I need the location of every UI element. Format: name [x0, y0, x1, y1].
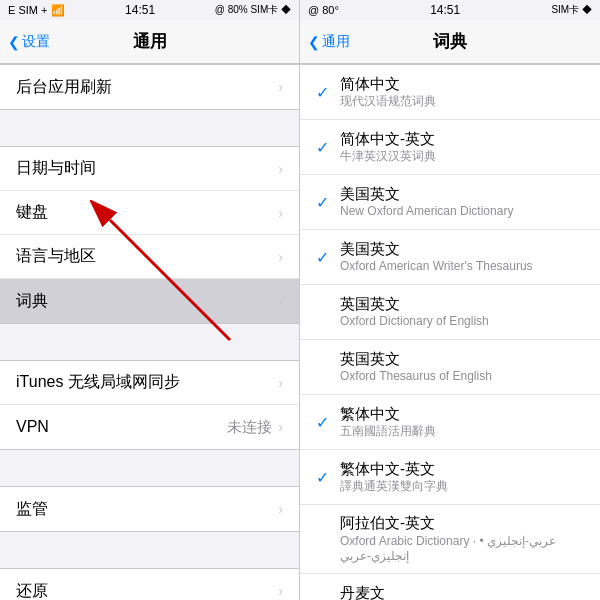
dict-info: 繁体中文-英文 譯典通英漢雙向字典 — [340, 459, 584, 495]
dict-item-3[interactable]: ✓ 美国英文 New Oxford American Dictionary — [300, 175, 600, 230]
dict-item-9[interactable]: ✓ 阿拉伯文-英文 Oxford Arabic Dictionary · عرب… — [300, 505, 600, 574]
item-datetime[interactable]: 日期与时间 › — [0, 147, 299, 191]
dict-sub: Oxford Arabic Dictionary · عربي-إنجليزي … — [340, 534, 584, 565]
check-icon: ✓ — [316, 248, 340, 267]
item-itunes-sync[interactable]: iTunes 无线局域网同步 › — [0, 361, 299, 405]
item-label: 后台应用刷新 — [16, 77, 278, 98]
dict-item-6[interactable]: ✓ 英国英文 Oxford Thesaurus of English — [300, 340, 600, 395]
dict-info: 丹麦文 Politikens Nudansk Ordbog — [340, 583, 584, 600]
wifi-icon: 📶 — [51, 4, 65, 17]
dict-name: 阿拉伯文-英文 — [340, 513, 584, 533]
right-carrier: @ 80° — [308, 4, 339, 16]
chevron-icon: › — [278, 205, 283, 221]
dict-name: 丹麦文 — [340, 583, 584, 600]
chevron-icon: › — [278, 583, 283, 599]
left-back-label: 设置 — [22, 33, 50, 51]
right-panel: @ 80° 14:51 SIM卡 ◆ ❮ 通用 词典 ✓ 简体中文 现代汉语规范… — [300, 0, 600, 600]
dict-sub: 牛津英汉汉英词典 — [340, 149, 584, 165]
right-carrier-text: @ 80° — [308, 4, 339, 16]
carrier-text: E SIM + — [8, 4, 47, 16]
section-3: iTunes 无线局域网同步 › VPN 未连接 › — [0, 360, 299, 450]
gap-1 — [0, 110, 299, 146]
dict-name: 美国英文 — [340, 184, 584, 204]
item-label: 词典 — [16, 291, 278, 312]
item-label: 键盘 — [16, 202, 278, 223]
item-label: iTunes 无线局域网同步 — [16, 372, 278, 393]
dict-info: 美国英文 Oxford American Writer's Thesaurus — [340, 239, 584, 275]
left-chevron-icon: ❮ — [8, 34, 20, 50]
dict-item-2[interactable]: ✓ 简体中文-英文 牛津英汉汉英词典 — [300, 120, 600, 175]
dict-sub: Oxford American Writer's Thesaurus — [340, 259, 584, 275]
right-nav-bar: ❮ 通用 词典 — [300, 20, 600, 64]
dict-info: 简体中文-英文 牛津英汉汉英词典 — [340, 129, 584, 165]
dict-item-1[interactable]: ✓ 简体中文 现代汉语规范词典 — [300, 65, 600, 120]
right-back-label: 通用 — [322, 33, 350, 51]
battery-icons: @ 80% SIM卡 ◆ — [215, 3, 291, 17]
dict-item-7[interactable]: ✓ 繁体中文 五南國語活用辭典 — [300, 395, 600, 450]
dict-group: ✓ 简体中文 现代汉语规范词典 ✓ 简体中文-英文 牛津英汉汉英词典 ✓ 美国英… — [300, 64, 600, 600]
chevron-icon: › — [278, 375, 283, 391]
dict-name: 简体中文-英文 — [340, 129, 584, 149]
right-time: 14:51 — [430, 3, 460, 17]
right-back-button[interactable]: ❮ 通用 — [308, 33, 350, 51]
chevron-icon: › — [278, 161, 283, 177]
dict-info: 英国英文 Oxford Thesaurus of English — [340, 349, 584, 385]
item-background-refresh[interactable]: 后台应用刷新 › — [0, 65, 299, 109]
right-icons: SIM卡 ◆ — [551, 3, 592, 17]
chevron-icon: › — [278, 79, 283, 95]
dict-item-8[interactable]: ✓ 繁体中文-英文 譯典通英漢雙向字典 — [300, 450, 600, 505]
dict-name: 繁体中文-英文 — [340, 459, 584, 479]
item-supervision[interactable]: 监管 › — [0, 487, 299, 531]
gap-3 — [0, 450, 299, 486]
item-vpn[interactable]: VPN 未连接 › — [0, 405, 299, 449]
left-panel: E SIM + 📶 14:51 @ 80% SIM卡 ◆ ❮ 设置 通用 后台应… — [0, 0, 300, 600]
item-label: 监管 — [16, 499, 278, 520]
left-right-icons: @ 80% SIM卡 ◆ — [215, 3, 291, 17]
dict-item-5[interactable]: ✓ 英国英文 Oxford Dictionary of English — [300, 285, 600, 340]
item-dictionary[interactable]: 词典 › — [0, 279, 299, 323]
dict-info: 英国英文 Oxford Dictionary of English — [340, 294, 584, 330]
section-5: 还原 › — [0, 568, 299, 600]
item-reset[interactable]: 还原 › — [0, 569, 299, 600]
item-label: 还原 — [16, 581, 278, 601]
dict-sub: Oxford Thesaurus of English — [340, 369, 584, 385]
right-status-bar: @ 80° 14:51 SIM卡 ◆ — [300, 0, 600, 20]
dict-info: 美国英文 New Oxford American Dictionary — [340, 184, 584, 220]
dict-item-4[interactable]: ✓ 美国英文 Oxford American Writer's Thesauru… — [300, 230, 600, 285]
dict-name: 简体中文 — [340, 74, 584, 94]
item-label: VPN — [16, 418, 227, 436]
dict-sub: 现代汉语规范词典 — [340, 94, 584, 110]
left-nav-title: 通用 — [133, 30, 167, 53]
dict-name: 英国英文 — [340, 294, 584, 314]
section-4: 监管 › — [0, 486, 299, 532]
dict-name: 英国英文 — [340, 349, 584, 369]
dict-item-10[interactable]: ✓ 丹麦文 Politikens Nudansk Ordbog — [300, 574, 600, 600]
left-status-bar: E SIM + 📶 14:51 @ 80% SIM卡 ◆ — [0, 0, 299, 20]
dict-sub: 五南國語活用辭典 — [340, 424, 584, 440]
item-keyboard[interactable]: 键盘 › — [0, 191, 299, 235]
gap-4 — [0, 532, 299, 568]
check-icon: ✓ — [316, 468, 340, 487]
item-language[interactable]: 语言与地区 › — [0, 235, 299, 279]
section-2: 日期与时间 › 键盘 › 语言与地区 › 词典 › — [0, 146, 299, 324]
dict-info: 阿拉伯文-英文 Oxford Arabic Dictionary · عربي-… — [340, 513, 584, 565]
dict-sub: New Oxford American Dictionary — [340, 204, 584, 220]
item-label: 语言与地区 — [16, 246, 278, 267]
dict-info: 简体中文 现代汉语规范词典 — [340, 74, 584, 110]
check-icon: ✓ — [316, 83, 340, 102]
check-icon: ✓ — [316, 193, 340, 212]
dict-name: 繁体中文 — [340, 404, 584, 424]
left-carrier: E SIM + 📶 — [8, 4, 65, 17]
dict-sub: 譯典通英漢雙向字典 — [340, 479, 584, 495]
settings-list: 后台应用刷新 › 日期与时间 › 键盘 › 语言与地区 › 词典 › — [0, 64, 299, 600]
item-label: 日期与时间 — [16, 158, 278, 179]
dictionary-list: ✓ 简体中文 现代汉语规范词典 ✓ 简体中文-英文 牛津英汉汉英词典 ✓ 美国英… — [300, 64, 600, 600]
chevron-icon: › — [278, 501, 283, 517]
section-1: 后台应用刷新 › — [0, 64, 299, 110]
dict-name: 美国英文 — [340, 239, 584, 259]
dict-sub: Oxford Dictionary of English — [340, 314, 584, 330]
check-icon: ✓ — [316, 413, 340, 432]
chevron-icon: › — [278, 249, 283, 265]
chevron-icon: › — [278, 419, 283, 435]
left-back-button[interactable]: ❮ 设置 — [8, 33, 50, 51]
